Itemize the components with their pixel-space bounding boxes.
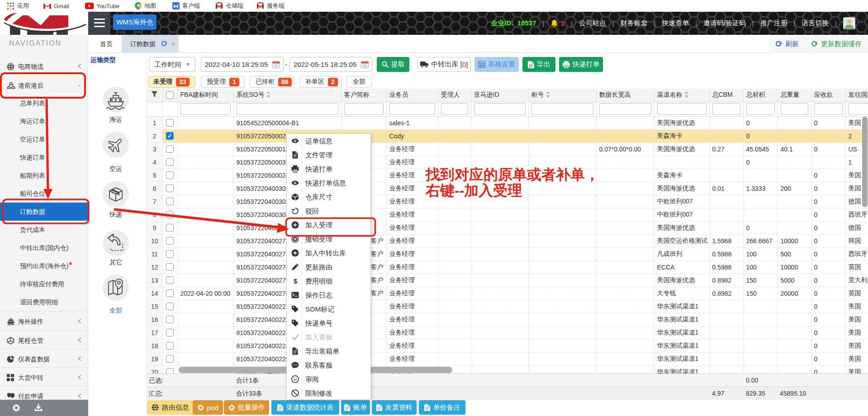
svg-text:15: 15 xyxy=(363,64,367,68)
svg-text:15: 15 xyxy=(274,64,278,68)
svg-text:$: $ xyxy=(294,277,298,285)
